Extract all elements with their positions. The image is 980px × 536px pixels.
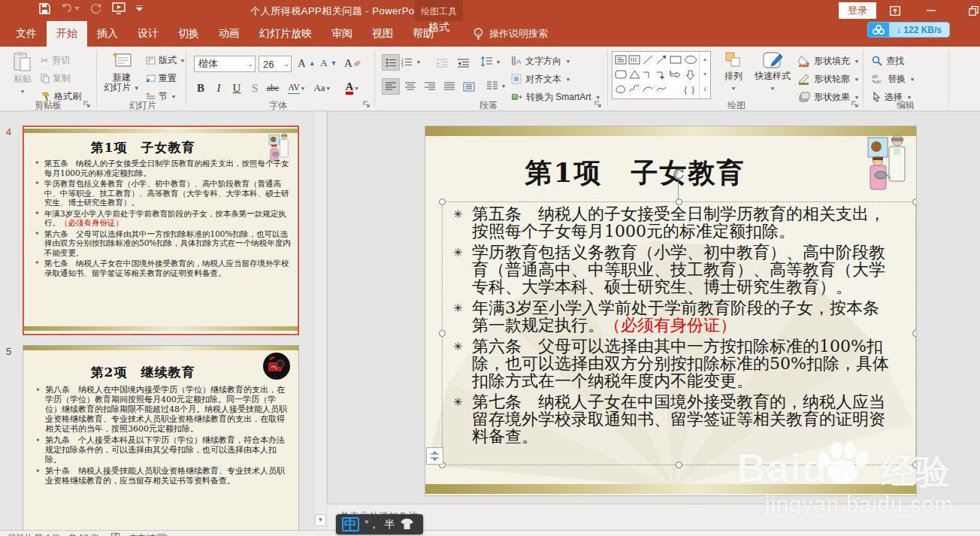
group-label-drawing: 绘图	[706, 99, 767, 112]
drawing-dialog-launcher[interactable]	[851, 100, 859, 108]
spellcheck-icon[interactable]	[111, 533, 119, 536]
align-right-button[interactable]	[421, 78, 439, 95]
resize-handle-s[interactable]	[676, 462, 682, 468]
text-direction-button[interactable]: A文字方向▼	[511, 53, 571, 69]
line-spacing-button[interactable]: ▼	[481, 54, 501, 69]
font-dialog-launcher[interactable]	[362, 100, 371, 108]
rotation-handle[interactable]	[672, 168, 685, 181]
panel-divider[interactable]	[327, 111, 328, 504]
resize-handle-se[interactable]	[912, 462, 917, 468]
align-text-button[interactable]: 对齐文本▼	[511, 71, 571, 87]
ime-skin-icon[interactable]	[401, 519, 413, 530]
layout-button[interactable]: 版式▼	[146, 53, 186, 68]
tab-file[interactable]: 文件	[6, 21, 47, 47]
justify-button[interactable]	[440, 78, 458, 95]
tab-insert[interactable]: 插入	[87, 21, 128, 47]
columns-button[interactable]: ▼	[487, 78, 507, 93]
clear-formatting-icon[interactable]: A	[344, 56, 361, 71]
tell-me-search[interactable]: 操作说明搜索	[473, 21, 548, 47]
resize-handle-w[interactable]	[439, 330, 446, 337]
bullet-item: 第七条 纳税人子女在中国境外接受教育的，纳税人应当留存境外学校录取通知书、留学签…	[35, 259, 292, 277]
shape-gallery-scroll[interactable]: ▲▼⊻	[699, 52, 710, 98]
new-slide-icon	[111, 51, 132, 71]
distribute-button[interactable]	[460, 78, 478, 95]
bullets-button[interactable]	[382, 54, 400, 71]
ribbon-display-options-icon[interactable]	[882, 0, 908, 21]
replace-button[interactable]: abac替换▼	[872, 71, 915, 87]
new-slide-button[interactable]: 新建幻灯片 ▼	[102, 51, 141, 93]
red-note: （必须有身份证）	[604, 316, 737, 335]
tab-design[interactable]: 设计	[128, 21, 168, 47]
language-status[interactable]: 中文(中国)	[129, 532, 168, 536]
thumbnail-scrollbar[interactable]: ▼	[313, 111, 326, 530]
clipboard-dialog-launcher[interactable]	[83, 100, 91, 108]
resize-handle-e[interactable]	[912, 330, 917, 337]
minimize-icon[interactable]	[918, 0, 944, 21]
align-center-button[interactable]	[401, 78, 419, 95]
shape-fill-button[interactable]: 形状填充▼	[798, 53, 860, 69]
scroll-down-arrow[interactable]: ▼	[315, 514, 326, 526]
ime-punctuation[interactable]: °，	[364, 518, 380, 531]
character-spacing-button[interactable]: AV▼	[286, 80, 308, 96]
font-size-combo[interactable]: 26⌄	[259, 56, 292, 72]
login-button[interactable]: 登录	[839, 2, 876, 19]
numbering-button[interactable]: 123▼	[401, 54, 422, 69]
shape-gallery[interactable]: { } ▲▼⊻	[612, 51, 711, 99]
tab-transitions[interactable]: 切换	[168, 21, 209, 47]
ime-mode-chinese[interactable]: 中	[342, 517, 359, 531]
slide-5-thumbnail[interactable]: 第2项 继续教育 第八条 纳税人在中国境内接受学历（学位）继续教育的支出，在学历…	[23, 345, 299, 536]
font-color-button[interactable]: A▼	[340, 80, 365, 96]
copy-button[interactable]: 复制	[41, 71, 71, 86]
quick-styles-button[interactable]: 快速样式▼	[752, 51, 794, 93]
ime-fullhalf-width[interactable]: 半	[385, 518, 395, 531]
italic-button[interactable]: I	[210, 80, 227, 96]
paste-button[interactable]: 粘贴▼	[8, 51, 38, 96]
increase-indent-icon[interactable]	[454, 54, 472, 71]
bold-button[interactable]: B	[192, 80, 209, 96]
reset-button[interactable]: 重置	[146, 71, 177, 86]
text-shadow-button[interactable]: S	[247, 80, 263, 96]
autofit-options-button[interactable]	[426, 447, 443, 465]
content-textbox[interactable]: 第五条 纳税人的子女接受全日制学历教育的相关支出，按照每个子女每月1000元的标…	[442, 201, 916, 465]
underline-button[interactable]: U	[228, 80, 245, 96]
decrease-indent-icon[interactable]	[433, 54, 451, 71]
notes-pane[interactable]: 单击此处添加备注	[328, 504, 980, 530]
slide-top-bar	[23, 346, 298, 350]
slide-editing-area[interactable]: 第1项 子女教育 第五条 纳税人的子女接受全日制学历教育的相关支出，按照每个子女…	[425, 126, 917, 496]
restore-icon[interactable]	[960, 0, 980, 21]
increase-font-icon[interactable]: A▲	[298, 56, 316, 71]
tab-home[interactable]: 开始	[47, 21, 87, 47]
font-name-combo[interactable]: 楷体⌄	[194, 56, 256, 72]
paragraph-dialog-launcher[interactable]	[594, 100, 602, 108]
bullet-item: 第六条 父母可以选择由其中一方按扣除标准的100%扣除，也可以选择由双方分别按扣…	[452, 338, 895, 389]
tab-review[interactable]: 审阅	[322, 21, 362, 47]
tab-animations[interactable]: 动画	[209, 21, 250, 47]
tab-format[interactable]: 格式	[415, 21, 463, 35]
bullet-item: 第十条 纳税人接受技能人员职业资格继续教育、专业技术人员职业资格继续教育的，应当…	[35, 466, 291, 486]
resize-handle-ne[interactable]	[912, 198, 917, 205]
shape-effects-icon	[798, 92, 810, 102]
bullet-item: 年满3岁至小学入学前处于学前教育阶段的子女，按本条第一款规定执行。（必须有身份证…	[452, 299, 895, 334]
baidu-netdisk-speed-badge[interactable]: ↓ 122 KB/s	[867, 22, 950, 38]
find-button[interactable]: 查找	[872, 53, 904, 69]
align-left-button[interactable]	[382, 78, 400, 95]
resize-handle-n[interactable]	[676, 198, 682, 205]
shape-outline-button[interactable]: 形状轮廓▼	[798, 71, 860, 87]
shape-fill-icon	[798, 56, 810, 67]
tab-view[interactable]: 视图	[362, 21, 403, 47]
resize-handle-nw[interactable]	[439, 198, 446, 205]
cut-button[interactable]: ✂剪切	[41, 53, 70, 68]
slide-bullets[interactable]: 第五条 纳税人的子女接受全日制学历教育的相关支出，按照每个子女每月1000元的标…	[452, 205, 895, 449]
change-case-button[interactable]: Aa▼	[311, 80, 334, 96]
slide-4-thumbnail[interactable]: 第1项 子女教育 第五条 纳税人的子女接受全日制学历教育的相关支出，按照每个子女…	[23, 126, 299, 335]
decrease-font-icon[interactable]: A▼	[320, 56, 337, 71]
arrange-button[interactable]: 排列▼	[717, 51, 750, 93]
convert-smartart-button[interactable]: 转换为 SmartArt▼	[511, 89, 601, 105]
paste-icon	[13, 51, 32, 72]
tab-slideshow[interactable]: 幻灯片放映	[250, 21, 322, 47]
slide-title[interactable]: 第1项 子女教育	[425, 155, 845, 192]
strikethrough-button[interactable]: abc	[265, 80, 281, 96]
drawing-tools-label: 绘图工具	[415, 5, 463, 18]
thumb5-title: 第2项 继续教育	[23, 364, 262, 381]
ime-toolbar[interactable]: 中 °， 半	[336, 514, 423, 534]
